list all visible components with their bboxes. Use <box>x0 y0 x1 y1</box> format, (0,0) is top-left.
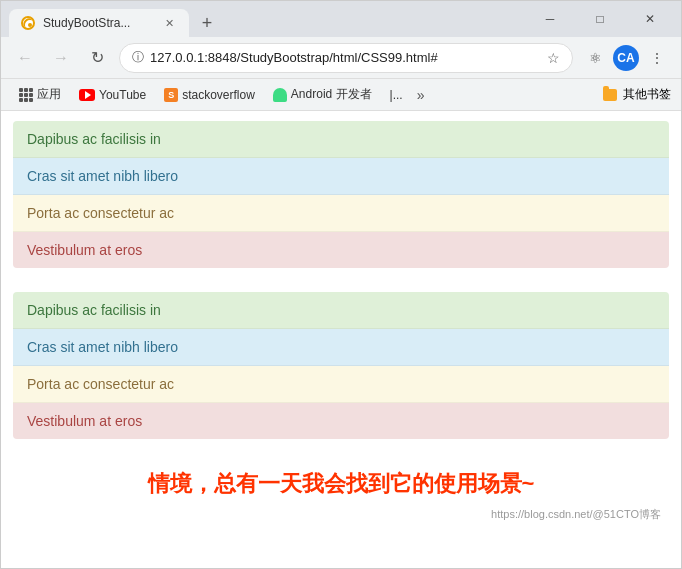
tab-favicon <box>21 16 35 30</box>
watermark-text: 情境，总有一天我会找到它的使用场景~ <box>13 453 669 507</box>
youtube-icon <box>79 89 95 101</box>
tab-close-button[interactable]: ✕ <box>161 15 177 31</box>
spacer <box>13 282 669 292</box>
stackoverflow-label: stackoverflow <box>182 88 255 102</box>
android-icon <box>273 88 287 102</box>
tab-title: StudyBootStra... <box>43 16 130 30</box>
toolbar-right: ⚛ CA ⋮ <box>581 44 671 72</box>
list-group-1: Dapibus ac facilisis inCras sit amet nib… <box>13 121 669 268</box>
stackoverflow-icon: S <box>164 88 178 102</box>
list-item: Porta ac consectetur ac <box>13 366 669 403</box>
menu-icon[interactable]: ⋮ <box>643 44 671 72</box>
page-content: Dapibus ac facilisis inCras sit amet nib… <box>1 111 681 568</box>
bookmarks-bar: 应用 YouTube S stackoverflow Android 开发者 |… <box>1 79 681 111</box>
list-item: Cras sit amet nibh libero <box>13 158 669 195</box>
close-button[interactable]: ✕ <box>627 5 673 33</box>
url-bar[interactable]: ⓘ 127.0.0.1:8848/StudyBootstrap/html/CSS… <box>119 43 573 73</box>
apps-icon <box>19 88 33 102</box>
address-bar: ← → ↻ ⓘ 127.0.0.1:8848/StudyBootstrap/ht… <box>1 37 681 79</box>
apps-label: 应用 <box>37 86 61 103</box>
list-item: Vestibulum at eros <box>13 232 669 268</box>
title-bar: StudyBootStra... ✕ + ─ □ ✕ <box>1 1 681 37</box>
android-label: Android 开发者 <box>291 86 372 103</box>
stackoverflow-bookmark[interactable]: S stackoverflow <box>156 84 263 106</box>
minimize-button[interactable]: ─ <box>527 5 573 33</box>
profile-avatar[interactable]: CA <box>613 45 639 71</box>
list-item: Dapibus ac facilisis in <box>13 121 669 158</box>
youtube-label: YouTube <box>99 88 146 102</box>
tab-bar: StudyBootStra... ✕ + <box>9 1 523 37</box>
browser-window: StudyBootStra... ✕ + ─ □ ✕ ← → ↻ ⓘ 127.0… <box>0 0 682 569</box>
youtube-play-icon <box>85 91 91 99</box>
bookmark-star-icon[interactable]: ☆ <box>547 50 560 66</box>
svg-point-1 <box>28 23 32 27</box>
list-item: Dapibus ac facilisis in <box>13 292 669 329</box>
android-bookmark[interactable]: Android 开发者 <box>265 82 380 107</box>
other-bookmarks[interactable]: 其他书签 <box>603 86 671 103</box>
extensions-icon[interactable]: ⚛ <box>581 44 609 72</box>
maximize-button[interactable]: □ <box>577 5 623 33</box>
apps-bookmark[interactable]: 应用 <box>11 82 69 107</box>
new-tab-button[interactable]: + <box>193 9 221 37</box>
reload-button[interactable]: ↻ <box>83 44 111 72</box>
back-button[interactable]: ← <box>11 44 39 72</box>
list-item: Vestibulum at eros <box>13 403 669 439</box>
bookmarks-chevron-icon: » <box>413 87 429 103</box>
other-bookmarks-label: 其他书签 <box>623 86 671 103</box>
window-controls: ─ □ ✕ <box>527 5 673 33</box>
list-group-2: Dapibus ac facilisis inCras sit amet nib… <box>13 292 669 439</box>
forward-button[interactable]: → <box>47 44 75 72</box>
more-label: |... <box>390 88 403 102</box>
youtube-bookmark[interactable]: YouTube <box>71 84 154 106</box>
lock-icon: ⓘ <box>132 49 144 66</box>
folder-icon <box>603 89 617 101</box>
list-item: Porta ac consectetur ac <box>13 195 669 232</box>
active-tab[interactable]: StudyBootStra... ✕ <box>9 9 189 37</box>
list-item: Cras sit amet nibh libero <box>13 329 669 366</box>
url-text: 127.0.0.1:8848/StudyBootstrap/html/CSS99… <box>150 50 541 65</box>
csdn-link: https://blog.csdn.net/@51CTO博客 <box>13 507 669 526</box>
more-bookmark[interactable]: |... <box>382 84 411 106</box>
